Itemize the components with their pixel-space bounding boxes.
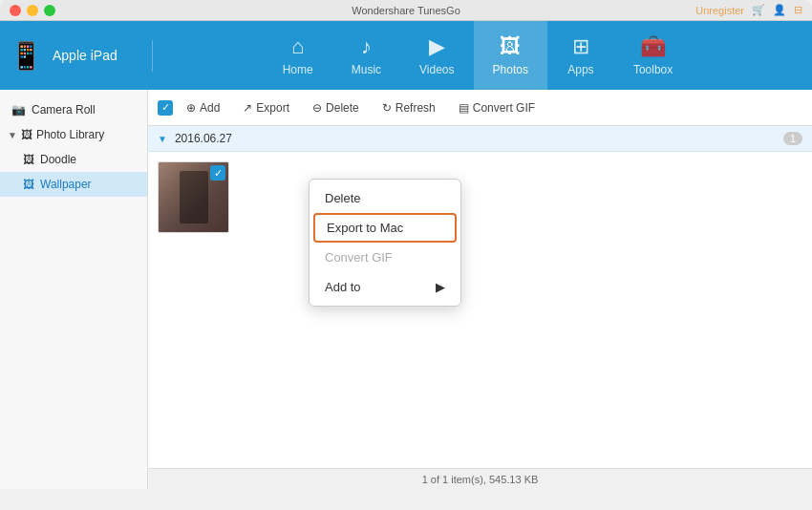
convert-gif-button[interactable]: ▤ Convert GIF bbox=[449, 97, 545, 118]
status-bar: 1 of 1 item(s), 545.13 KB bbox=[148, 468, 812, 489]
date-group-header: ▼ 2016.06.27 1 bbox=[148, 126, 812, 152]
status-text: 1 of 1 item(s), 545.13 KB bbox=[422, 474, 539, 485]
close-button[interactable] bbox=[10, 5, 21, 16]
device-info: 📱 Apple iPad bbox=[10, 40, 153, 72]
camera-roll-icon: 📷 bbox=[11, 103, 26, 117]
context-menu-export-to-mac[interactable]: Export to Mac bbox=[313, 213, 457, 243]
nav-label-photos: Photos bbox=[493, 63, 528, 76]
traffic-lights bbox=[10, 5, 55, 16]
title-right-controls: Unregister 🛒 👤 ⊟ bbox=[695, 4, 802, 16]
context-menu-delete[interactable]: Delete bbox=[310, 183, 460, 213]
delete-icon: ⊖ bbox=[312, 101, 322, 115]
apps-icon: ⊞ bbox=[572, 34, 589, 59]
sidebar: 📷 Camera Roll ▼ 🖼 Photo Library 🖼 Doodle… bbox=[0, 90, 148, 489]
sidebar-item-camera-roll[interactable]: 📷 Camera Roll bbox=[0, 97, 147, 122]
collapse-icon: ▼ bbox=[8, 130, 17, 140]
nav-label-apps: Apps bbox=[567, 63, 593, 76]
content-wrapper: ✓ ⊕ Add ↗ Export ⊖ Delete ↻ Refresh ▤ Co… bbox=[148, 90, 812, 489]
photo-thumb[interactable]: ✓ bbox=[158, 161, 229, 233]
nav-item-videos[interactable]: ▶ Videos bbox=[400, 21, 473, 90]
select-all-checkbox[interactable]: ✓ bbox=[158, 100, 173, 116]
refresh-label: Refresh bbox=[395, 101, 436, 115]
delete-label: Delete bbox=[326, 101, 359, 115]
menu-icon[interactable]: ⊟ bbox=[794, 4, 802, 16]
sidebar-label-wallpaper: Wallpaper bbox=[40, 178, 92, 191]
context-convert-gif-label: Convert GIF bbox=[325, 250, 393, 265]
export-icon: ↗ bbox=[243, 101, 252, 115]
user-icon[interactable]: 👤 bbox=[773, 4, 786, 16]
home-icon: ⌂ bbox=[291, 34, 304, 59]
date-group-date: 2016.06.27 bbox=[175, 132, 232, 145]
date-triangle-icon: ▼ bbox=[158, 134, 167, 144]
context-menu-convert-gif: Convert GIF bbox=[310, 243, 460, 272]
add-icon: ⊕ bbox=[186, 101, 196, 115]
main-content: 📷 Camera Roll ▼ 🖼 Photo Library 🖼 Doodle… bbox=[0, 90, 812, 489]
refresh-icon: ↻ bbox=[382, 101, 392, 115]
photos-icon: 🖼 bbox=[500, 34, 521, 59]
nav-item-apps[interactable]: ⊞ Apps bbox=[547, 21, 614, 90]
date-group-count: 1 bbox=[783, 132, 802, 145]
sidebar-item-photo-library[interactable]: ▼ 🖼 Photo Library bbox=[0, 122, 147, 147]
toolbox-icon: 🧰 bbox=[640, 34, 666, 59]
photo-checkbox[interactable]: ✓ bbox=[210, 165, 225, 181]
photo-library-icon: 🖼 bbox=[21, 128, 32, 141]
context-menu: Delete Export to Mac Convert GIF Add to … bbox=[309, 179, 461, 307]
sidebar-label-doodle: Doodle bbox=[40, 153, 76, 166]
delete-button[interactable]: ⊖ Delete bbox=[303, 97, 369, 118]
nav-label-music: Music bbox=[352, 63, 381, 76]
add-button[interactable]: ⊕ Add bbox=[177, 97, 229, 118]
cart-icon[interactable]: 🛒 bbox=[752, 4, 765, 16]
nav-items: ⌂ Home ♪ Music ▶ Videos 🖼 Photos ⊞ Apps … bbox=[153, 21, 802, 90]
minimize-button[interactable] bbox=[27, 5, 38, 16]
nav-label-videos: Videos bbox=[419, 63, 454, 76]
add-label: Add bbox=[200, 101, 220, 115]
convert-gif-label: Convert GIF bbox=[473, 101, 535, 115]
doodle-icon: 🖼 bbox=[23, 153, 34, 166]
submenu-arrow-icon: ▶ bbox=[436, 280, 445, 294]
music-icon: ♪ bbox=[361, 34, 372, 59]
context-export-label: Export to Mac bbox=[327, 221, 403, 235]
nav-item-music[interactable]: ♪ Music bbox=[332, 21, 400, 90]
export-button[interactable]: ↗ Export bbox=[233, 97, 299, 118]
app-title: Wondershare TunesGo bbox=[352, 5, 460, 16]
nav-label-toolbox: Toolbox bbox=[633, 63, 673, 76]
context-add-to-label: Add to bbox=[325, 280, 361, 294]
videos-icon: ▶ bbox=[429, 34, 445, 59]
unregister-link[interactable]: Unregister bbox=[695, 5, 744, 16]
nav-item-photos[interactable]: 🖼 Photos bbox=[474, 21, 547, 90]
sidebar-item-doodle[interactable]: 🖼 Doodle bbox=[0, 147, 147, 172]
nav-item-toolbox[interactable]: 🧰 Toolbox bbox=[614, 21, 692, 90]
gif-icon: ▤ bbox=[459, 101, 469, 115]
maximize-button[interactable] bbox=[44, 5, 55, 16]
context-delete-label: Delete bbox=[325, 191, 361, 205]
device-icon: 📱 bbox=[10, 40, 43, 72]
nav-label-home: Home bbox=[283, 63, 313, 76]
sidebar-label-photo-library: Photo Library bbox=[36, 128, 104, 141]
sidebar-item-wallpaper[interactable]: 🖼 Wallpaper bbox=[0, 172, 147, 197]
context-menu-add-to[interactable]: Add to ▶ bbox=[310, 272, 460, 302]
nav-item-home[interactable]: ⌂ Home bbox=[264, 21, 332, 90]
photo-grid: ✓ bbox=[148, 152, 812, 243]
photo-figure bbox=[180, 171, 208, 223]
refresh-button[interactable]: ↻ Refresh bbox=[373, 97, 445, 118]
toolbar: ✓ ⊕ Add ↗ Export ⊖ Delete ↻ Refresh ▤ Co… bbox=[148, 90, 812, 126]
content-area: ▼ 2016.06.27 1 ✓ Delete Export bbox=[148, 126, 812, 468]
export-label: Export bbox=[256, 101, 289, 115]
wallpaper-icon: 🖼 bbox=[23, 178, 34, 191]
nav-bar: 📱 Apple iPad ⌂ Home ♪ Music ▶ Videos 🖼 P… bbox=[0, 21, 812, 90]
title-bar: Wondershare TunesGo Unregister 🛒 👤 ⊟ bbox=[0, 0, 812, 21]
sidebar-label-camera-roll: Camera Roll bbox=[32, 103, 96, 117]
device-name: Apple iPad bbox=[53, 48, 118, 63]
